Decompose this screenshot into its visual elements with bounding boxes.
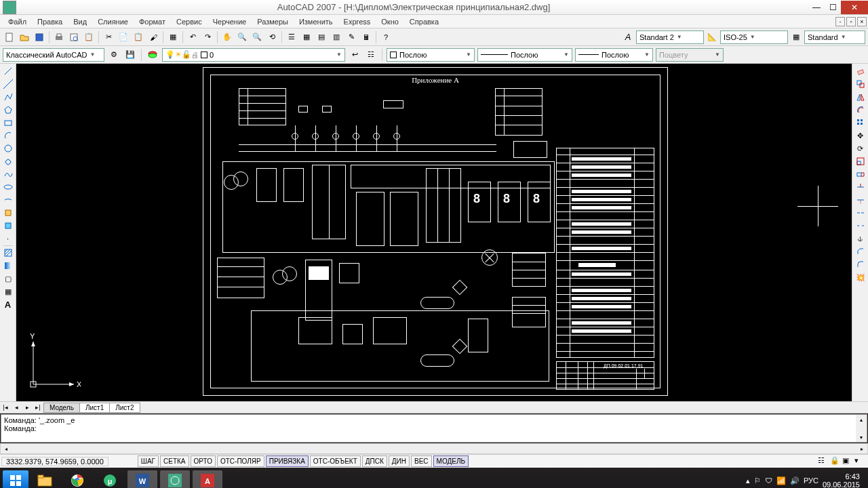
- break-point-tool[interactable]: [854, 207, 867, 219]
- match-props-button[interactable]: 🖌: [146, 30, 160, 44]
- move-tool[interactable]: ✥: [854, 129, 867, 142]
- tab-sheet1[interactable]: Лист1: [79, 403, 110, 413]
- publish-button[interactable]: 📋: [82, 30, 96, 44]
- task-chrome[interactable]: [62, 470, 92, 488]
- task-compass[interactable]: [160, 470, 190, 488]
- workspace-combo[interactable]: Классический AutoCAD▼: [3, 48, 104, 62]
- polygon-tool[interactable]: [2, 104, 14, 116]
- array-tool[interactable]: [854, 117, 867, 129]
- tray-volume-icon[interactable]: 🔊: [790, 476, 800, 485]
- workspace-settings-button[interactable]: ⚙: [107, 48, 121, 62]
- paste-button[interactable]: 📋: [132, 30, 145, 44]
- menu-format[interactable]: Формат: [134, 16, 171, 27]
- ellipse-tool[interactable]: [2, 181, 14, 193]
- tab-prev-button[interactable]: ◂: [11, 402, 22, 413]
- tray-up-icon[interactable]: ▴: [746, 476, 750, 485]
- tab-model[interactable]: Модель: [43, 403, 80, 413]
- color-combo[interactable]: Послою▼: [387, 48, 475, 62]
- lwt-toggle[interactable]: ВЕС: [411, 455, 432, 467]
- drawing-canvas[interactable]: Приложение А: [16, 64, 852, 401]
- stretch-tool[interactable]: [854, 168, 867, 180]
- table-style-icon[interactable]: ▦: [789, 30, 803, 44]
- rotate-tool[interactable]: ⟳: [854, 142, 867, 155]
- command-scrollbar[interactable]: ▴▾: [856, 415, 867, 442]
- lock-icon[interactable]: 🔒: [830, 456, 841, 467]
- mdi-restore-button[interactable]: ▫: [846, 17, 856, 26]
- model-toggle[interactable]: МОДЕЛЬ: [433, 455, 469, 467]
- menu-express[interactable]: Express: [338, 16, 376, 27]
- minimize-button[interactable]: —: [808, 1, 825, 14]
- tab-last-button[interactable]: ▸|: [33, 402, 43, 413]
- xline-tool[interactable]: [2, 78, 14, 90]
- ortho-toggle[interactable]: ОРТО: [191, 455, 216, 467]
- menu-window[interactable]: Окно: [376, 16, 404, 27]
- arc-tool[interactable]: [2, 129, 14, 142]
- polyline-tool[interactable]: [2, 91, 14, 103]
- insert-block-tool[interactable]: [2, 207, 14, 219]
- close-button[interactable]: ✕: [841, 1, 868, 14]
- dim-style-combo[interactable]: ISO-25▼: [720, 30, 788, 44]
- print-button[interactable]: [52, 30, 66, 44]
- task-autocad[interactable]: A: [193, 470, 222, 488]
- calc-button[interactable]: 🖩: [359, 30, 373, 44]
- tray-clock[interactable]: 6:43 09.06.2015: [823, 472, 860, 488]
- mirror-tool[interactable]: [854, 91, 867, 103]
- join-tool[interactable]: ⫝: [854, 232, 867, 245]
- menu-view[interactable]: Вид: [68, 16, 92, 27]
- break-tool[interactable]: [854, 220, 867, 232]
- point-tool[interactable]: ·: [2, 232, 14, 245]
- gradient-tool[interactable]: [2, 260, 14, 272]
- my-workspace-button[interactable]: 💾: [123, 48, 137, 62]
- polar-toggle[interactable]: ОТС-ПОЛЯР: [217, 455, 264, 467]
- fillet-tool[interactable]: [854, 258, 867, 270]
- otrack-toggle[interactable]: ОТС-ОБЪЕКТ: [310, 455, 361, 467]
- tray-icon3[interactable]: ▾: [854, 456, 865, 467]
- command-line[interactable]: Команда: '_.zoom _e Команда: ▴▾: [1, 414, 867, 443]
- tray-flag-icon[interactable]: ⚐: [754, 476, 761, 485]
- menu-tools[interactable]: Сервис: [171, 16, 208, 27]
- ducs-toggle[interactable]: ДПСК: [362, 455, 387, 467]
- region-tool[interactable]: ▢: [2, 272, 14, 285]
- tab-first-button[interactable]: |◂: [0, 402, 11, 413]
- table-tool[interactable]: ▦: [2, 285, 14, 298]
- tool-palettes-button[interactable]: ▤: [315, 30, 328, 44]
- linetype-combo[interactable]: Послою▼: [477, 48, 572, 62]
- command-hscroll[interactable]: ◂▸: [0, 443, 868, 454]
- tray-shield-icon[interactable]: 🛡: [765, 476, 772, 485]
- tray-icon2[interactable]: ▣: [842, 456, 853, 467]
- new-button[interactable]: [3, 30, 16, 44]
- plot-preview-button[interactable]: [67, 30, 81, 44]
- menu-edit[interactable]: Правка: [32, 16, 68, 27]
- maximize-button[interactable]: ☐: [825, 1, 841, 14]
- scale-tool[interactable]: [854, 155, 867, 167]
- open-button[interactable]: [18, 30, 31, 44]
- make-block-tool[interactable]: [2, 220, 14, 232]
- redo-button[interactable]: ↷: [201, 30, 214, 44]
- snap-toggle[interactable]: ШАГ: [138, 455, 159, 467]
- pan-button[interactable]: ✋: [220, 30, 234, 44]
- copy-button[interactable]: 📄: [117, 30, 130, 44]
- mtext-tool[interactable]: A: [2, 298, 14, 310]
- menu-draw[interactable]: Черчение: [208, 16, 252, 27]
- help-button[interactable]: ?: [379, 30, 393, 44]
- layer-props-button[interactable]: [146, 48, 159, 62]
- spline-tool[interactable]: [2, 168, 14, 180]
- table-style-combo[interactable]: Standard▼: [804, 30, 865, 44]
- task-word[interactable]: W: [127, 470, 157, 488]
- zoom-previous-button[interactable]: ⟲: [265, 30, 279, 44]
- zoom-window-button[interactable]: 🔍: [250, 30, 264, 44]
- tray-icon[interactable]: ☷: [818, 456, 829, 467]
- revcloud-tool[interactable]: [2, 155, 14, 167]
- coordinates-display[interactable]: 3332.9379, 574.9659, 0.0000: [1, 457, 108, 466]
- line-tool[interactable]: [2, 65, 14, 77]
- osnap-toggle[interactable]: ПРИВЯЗКА: [266, 455, 309, 467]
- hatch-tool[interactable]: [2, 247, 14, 259]
- tab-next-button[interactable]: ▸: [22, 402, 33, 413]
- properties-button[interactable]: ☰: [285, 30, 298, 44]
- cut-button[interactable]: ✂: [102, 30, 115, 44]
- undo-button[interactable]: ↶: [186, 30, 199, 44]
- dyn-toggle[interactable]: ДИН: [389, 455, 410, 467]
- task-utorrent[interactable]: μ: [95, 470, 125, 488]
- extend-tool[interactable]: [854, 194, 867, 206]
- tray-lang[interactable]: РУС: [804, 476, 818, 485]
